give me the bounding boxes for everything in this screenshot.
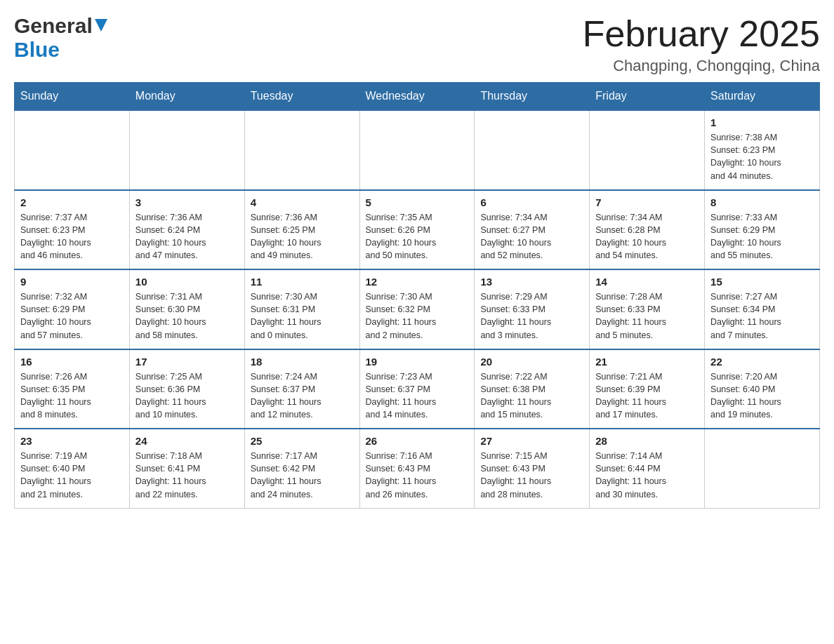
day-number: 28 xyxy=(595,435,699,447)
day-info: Sunrise: 7:18 AM Sunset: 6:41 PM Dayligh… xyxy=(135,450,239,501)
day-info: Sunrise: 7:38 AM Sunset: 6:23 PM Dayligh… xyxy=(710,131,814,182)
day-info: Sunrise: 7:19 AM Sunset: 6:40 PM Dayligh… xyxy=(20,450,124,501)
calendar-cell: 15Sunrise: 7:27 AM Sunset: 6:34 PM Dayli… xyxy=(705,269,820,349)
calendar-cell: 22Sunrise: 7:20 AM Sunset: 6:40 PM Dayli… xyxy=(705,349,820,429)
week-row-1: 1Sunrise: 7:38 AM Sunset: 6:23 PM Daylig… xyxy=(15,110,820,190)
logo: General Blue xyxy=(14,14,107,62)
day-number: 11 xyxy=(251,276,354,288)
calendar-cell: 16Sunrise: 7:26 AM Sunset: 6:35 PM Dayli… xyxy=(15,349,130,429)
calendar-cell: 19Sunrise: 7:23 AM Sunset: 6:37 PM Dayli… xyxy=(359,349,475,429)
day-info: Sunrise: 7:27 AM Sunset: 6:34 PM Dayligh… xyxy=(710,290,814,342)
week-row-4: 16Sunrise: 7:26 AM Sunset: 6:35 PM Dayli… xyxy=(15,349,820,429)
day-info: Sunrise: 7:30 AM Sunset: 6:31 PM Dayligh… xyxy=(251,290,354,342)
calendar-cell: 13Sunrise: 7:29 AM Sunset: 6:33 PM Dayli… xyxy=(475,269,590,349)
day-info: Sunrise: 7:34 AM Sunset: 6:27 PM Dayligh… xyxy=(480,211,583,262)
day-number: 20 xyxy=(480,356,583,368)
title-block: February 2025 Changping, Chongqing, Chin… xyxy=(583,14,820,75)
calendar-cell xyxy=(590,110,705,190)
logo-blue: Blue xyxy=(14,38,60,61)
day-number: 18 xyxy=(251,356,354,368)
calendar-cell xyxy=(705,429,820,508)
calendar-cell: 25Sunrise: 7:17 AM Sunset: 6:42 PM Dayli… xyxy=(244,429,359,508)
calendar-cell: 3Sunrise: 7:36 AM Sunset: 6:24 PM Daylig… xyxy=(129,190,244,270)
calendar-cell xyxy=(244,110,359,190)
day-number: 13 xyxy=(480,276,583,288)
month-title: February 2025 xyxy=(583,14,820,54)
calendar-cell: 24Sunrise: 7:18 AM Sunset: 6:41 PM Dayli… xyxy=(129,429,244,508)
day-info: Sunrise: 7:23 AM Sunset: 6:37 PM Dayligh… xyxy=(366,370,469,422)
day-info: Sunrise: 7:32 AM Sunset: 6:29 PM Dayligh… xyxy=(20,290,124,342)
day-info: Sunrise: 7:35 AM Sunset: 6:26 PM Dayligh… xyxy=(366,211,469,262)
day-info: Sunrise: 7:26 AM Sunset: 6:35 PM Dayligh… xyxy=(20,370,124,422)
day-number: 10 xyxy=(135,276,239,288)
calendar-cell: 1Sunrise: 7:38 AM Sunset: 6:23 PM Daylig… xyxy=(705,110,820,190)
day-number: 26 xyxy=(366,435,469,447)
day-info: Sunrise: 7:28 AM Sunset: 6:33 PM Dayligh… xyxy=(595,290,699,342)
day-info: Sunrise: 7:25 AM Sunset: 6:36 PM Dayligh… xyxy=(135,370,239,422)
day-number: 17 xyxy=(135,356,239,368)
location-title: Changping, Chongqing, China xyxy=(583,57,820,75)
day-info: Sunrise: 7:20 AM Sunset: 6:40 PM Dayligh… xyxy=(710,370,814,422)
svg-marker-0 xyxy=(95,19,107,32)
day-number: 4 xyxy=(251,196,354,208)
calendar-cell: 18Sunrise: 7:24 AM Sunset: 6:37 PM Dayli… xyxy=(244,349,359,429)
logo-triangle-icon xyxy=(95,19,107,32)
day-number: 3 xyxy=(135,196,239,208)
day-number: 9 xyxy=(20,276,124,288)
day-number: 22 xyxy=(710,356,814,368)
week-row-5: 23Sunrise: 7:19 AM Sunset: 6:40 PM Dayli… xyxy=(15,429,820,508)
weekday-header-row: SundayMondayTuesdayWednesdayThursdayFrid… xyxy=(15,83,820,111)
day-number: 23 xyxy=(20,435,124,447)
day-number: 27 xyxy=(480,435,583,447)
calendar-cell: 10Sunrise: 7:31 AM Sunset: 6:30 PM Dayli… xyxy=(129,269,244,349)
calendar-cell: 14Sunrise: 7:28 AM Sunset: 6:33 PM Dayli… xyxy=(590,269,705,349)
calendar-table: SundayMondayTuesdayWednesdayThursdayFrid… xyxy=(14,82,820,509)
day-info: Sunrise: 7:34 AM Sunset: 6:28 PM Dayligh… xyxy=(595,211,699,262)
day-number: 1 xyxy=(710,116,814,128)
day-number: 19 xyxy=(366,356,469,368)
weekday-wednesday: Wednesday xyxy=(359,83,475,111)
day-info: Sunrise: 7:22 AM Sunset: 6:38 PM Dayligh… xyxy=(480,370,583,422)
weekday-tuesday: Tuesday xyxy=(244,83,359,111)
day-number: 12 xyxy=(366,276,469,288)
calendar-cell: 5Sunrise: 7:35 AM Sunset: 6:26 PM Daylig… xyxy=(359,190,475,270)
calendar-cell: 26Sunrise: 7:16 AM Sunset: 6:43 PM Dayli… xyxy=(359,429,475,508)
day-info: Sunrise: 7:17 AM Sunset: 6:42 PM Dayligh… xyxy=(251,450,354,501)
day-info: Sunrise: 7:16 AM Sunset: 6:43 PM Dayligh… xyxy=(366,450,469,501)
day-number: 25 xyxy=(251,435,354,447)
weekday-thursday: Thursday xyxy=(475,83,590,111)
day-info: Sunrise: 7:15 AM Sunset: 6:43 PM Dayligh… xyxy=(480,450,583,501)
day-info: Sunrise: 7:31 AM Sunset: 6:30 PM Dayligh… xyxy=(135,290,239,342)
day-number: 8 xyxy=(710,196,814,208)
calendar-cell: 6Sunrise: 7:34 AM Sunset: 6:27 PM Daylig… xyxy=(475,190,590,270)
logo-general: General xyxy=(14,14,93,38)
day-info: Sunrise: 7:37 AM Sunset: 6:23 PM Dayligh… xyxy=(20,211,124,262)
calendar-cell: 20Sunrise: 7:22 AM Sunset: 6:38 PM Dayli… xyxy=(475,349,590,429)
day-info: Sunrise: 7:30 AM Sunset: 6:32 PM Dayligh… xyxy=(366,290,469,342)
calendar-cell: 17Sunrise: 7:25 AM Sunset: 6:36 PM Dayli… xyxy=(129,349,244,429)
day-number: 21 xyxy=(595,356,699,368)
day-number: 6 xyxy=(480,196,583,208)
weekday-monday: Monday xyxy=(129,83,244,111)
calendar-cell: 4Sunrise: 7:36 AM Sunset: 6:25 PM Daylig… xyxy=(244,190,359,270)
calendar-cell xyxy=(129,110,244,190)
day-number: 15 xyxy=(710,276,814,288)
weekday-friday: Friday xyxy=(590,83,705,111)
day-number: 5 xyxy=(366,196,469,208)
day-info: Sunrise: 7:24 AM Sunset: 6:37 PM Dayligh… xyxy=(251,370,354,422)
calendar-cell: 7Sunrise: 7:34 AM Sunset: 6:28 PM Daylig… xyxy=(590,190,705,270)
day-info: Sunrise: 7:21 AM Sunset: 6:39 PM Dayligh… xyxy=(595,370,699,422)
calendar-cell: 27Sunrise: 7:15 AM Sunset: 6:43 PM Dayli… xyxy=(475,429,590,508)
day-number: 2 xyxy=(20,196,124,208)
weekday-saturday: Saturday xyxy=(705,83,820,111)
weekday-sunday: Sunday xyxy=(15,83,130,111)
calendar-cell xyxy=(15,110,130,190)
day-number: 24 xyxy=(135,435,239,447)
calendar-cell: 28Sunrise: 7:14 AM Sunset: 6:44 PM Dayli… xyxy=(590,429,705,508)
calendar-cell: 23Sunrise: 7:19 AM Sunset: 6:40 PM Dayli… xyxy=(15,429,130,508)
day-number: 14 xyxy=(595,276,699,288)
day-info: Sunrise: 7:14 AM Sunset: 6:44 PM Dayligh… xyxy=(595,450,699,501)
calendar-cell: 12Sunrise: 7:30 AM Sunset: 6:32 PM Dayli… xyxy=(359,269,475,349)
calendar-cell: 21Sunrise: 7:21 AM Sunset: 6:39 PM Dayli… xyxy=(590,349,705,429)
day-info: Sunrise: 7:36 AM Sunset: 6:24 PM Dayligh… xyxy=(135,211,239,262)
